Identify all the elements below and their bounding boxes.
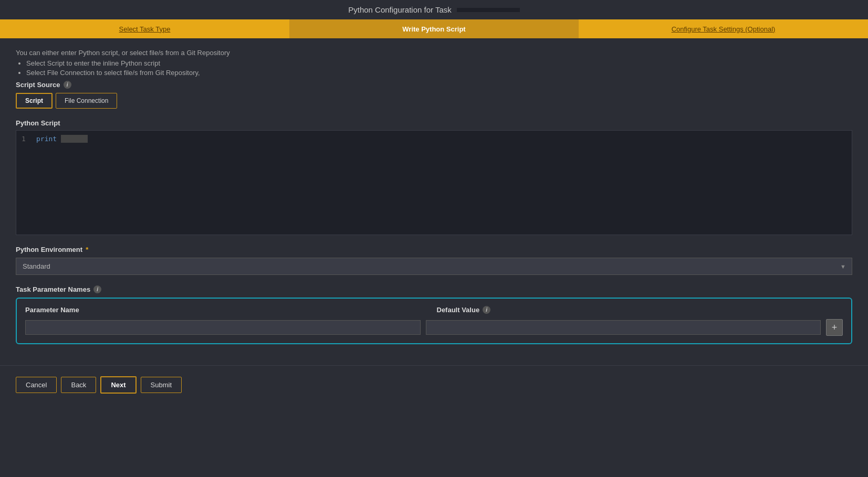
param-name-input[interactable] [25, 320, 421, 335]
description-bullet-1: Select Script to enter the inline Python… [26, 59, 852, 67]
main-content: You can either enter Python script, or s… [0, 38, 868, 365]
script-source-btn-group: Script File Connection [16, 93, 852, 109]
param-table-container: Parameter Name Default Value i + [16, 298, 852, 344]
python-script-section: Python Script 1 print [16, 119, 852, 235]
bottom-bar: Cancel Back Next Submit [0, 365, 868, 404]
description-block: You can either enter Python script, or s… [16, 49, 852, 77]
title-bar: Python Configuration for Task [0, 0, 868, 19]
script-source-label: Script Source i [16, 81, 852, 89]
back-button[interactable]: Back [61, 377, 96, 393]
description-list: Select Script to enter the inline Python… [16, 59, 852, 77]
step-select-task-type[interactable]: Select Task Type [0, 19, 289, 38]
description-bullet-2: Select File Connection to select file/s … [26, 69, 852, 77]
code-selection [61, 135, 88, 143]
submit-button[interactable]: Submit [141, 377, 182, 393]
code-keyword: print [36, 135, 57, 143]
task-parameters-info-icon[interactable]: i [93, 285, 101, 293]
python-environment-select-wrapper: Standard Custom [16, 258, 852, 275]
code-line-1: 1 print [22, 135, 846, 143]
line-number-1: 1 [22, 135, 30, 143]
step-write-python-script[interactable]: Write Python Script [289, 19, 579, 38]
task-parameters-label: Task Parameter Names i [16, 285, 852, 293]
step-bar: Select Task Type Write Python Script Con… [0, 19, 868, 38]
param-value-header: Default Value i [437, 306, 843, 314]
default-value-info-icon[interactable]: i [483, 306, 490, 314]
task-parameters-section: Task Parameter Names i Parameter Name De… [16, 285, 852, 344]
script-button[interactable]: Script [16, 93, 53, 109]
param-table-header: Parameter Name Default Value i [25, 306, 843, 314]
param-default-value-input[interactable] [426, 320, 821, 335]
python-script-editor[interactable]: 1 print [16, 130, 852, 235]
task-badge [457, 8, 520, 12]
page-title: Python Configuration for Task [348, 5, 452, 14]
script-source-info-icon[interactable]: i [64, 81, 71, 89]
cancel-button[interactable]: Cancel [16, 377, 57, 393]
file-connection-button[interactable]: File Connection [56, 93, 117, 109]
next-button[interactable]: Next [100, 376, 136, 394]
python-environment-section: Python Environment * Standard Custom [16, 246, 852, 275]
param-add-button[interactable]: + [826, 319, 843, 336]
python-script-label: Python Script [16, 119, 852, 127]
step-configure-task-settings[interactable]: Configure Task Settings (Optional) [579, 19, 868, 38]
description-intro: You can either enter Python script, or s… [16, 49, 852, 57]
required-indicator: * [86, 246, 88, 253]
param-row-1: + [25, 319, 843, 336]
param-name-header: Parameter Name [25, 306, 432, 314]
script-source-section: Script Source i Script File Connection [16, 81, 852, 109]
python-environment-select[interactable]: Standard Custom [16, 258, 852, 275]
code-content-1: print [36, 135, 88, 143]
python-environment-label: Python Environment * [16, 246, 852, 253]
